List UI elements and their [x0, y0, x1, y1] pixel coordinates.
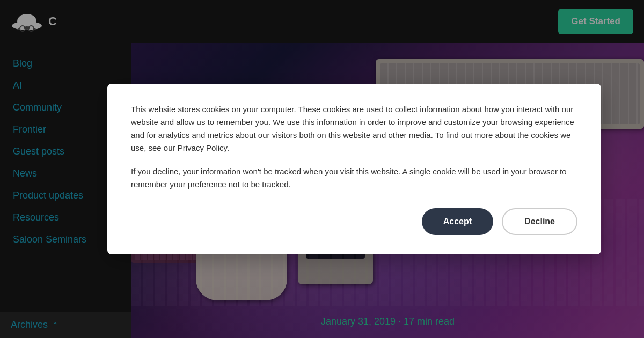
decline-button[interactable]: Decline [502, 208, 577, 235]
cookie-buttons: Accept Decline [131, 208, 577, 235]
cookie-modal: This website stores cookies on your comp… [107, 84, 601, 254]
cookie-text-primary: This website stores cookies on your comp… [131, 103, 577, 155]
cookie-overlay: This website stores cookies on your comp… [0, 0, 644, 338]
accept-button[interactable]: Accept [422, 208, 493, 235]
cookie-text-secondary: If you decline, your information won't b… [131, 165, 577, 191]
